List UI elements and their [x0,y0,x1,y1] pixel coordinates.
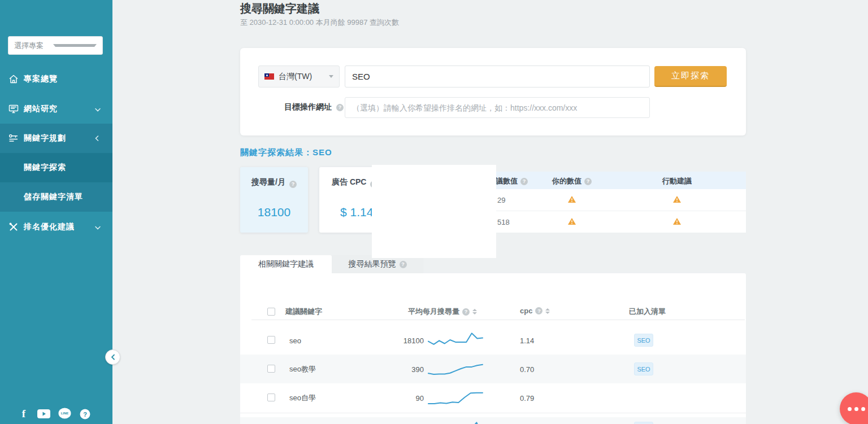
stat-label-text: 廣告 CPC [332,177,366,186]
metric-col-label: 你的數值 [552,176,581,186]
sidebar-collapse-button[interactable] [105,349,120,365]
youtube-icon[interactable] [34,407,53,421]
sparkline-chart [427,389,484,406]
cell-volume: 390 [384,365,424,373]
warning-icon [672,195,682,206]
sidebar-item-label: 關鍵字探索 [24,163,66,173]
chat-dot [861,407,865,411]
country-select[interactable]: 台灣(TW) [258,65,340,88]
project-select[interactable]: 選擇專案 [8,36,103,55]
quota-text: 至 2030-12-31 0:00:00 本月尚餘 99987 查詢次數 [240,17,399,28]
select-all-checkbox[interactable] [267,308,275,316]
help-circle-icon[interactable]: ? [75,407,94,421]
col-header-added: 已加入清單 [629,307,666,317]
table-row: seo教學 390 0.70 SEO [240,355,746,383]
cell-cpc: 1.14 [520,336,534,344]
help-icon[interactable]: ? [520,178,528,185]
help-icon[interactable]: ? [462,308,470,316]
target-url-label-text: 目標操作網址 [284,102,332,111]
chevron-left-icon [95,133,99,143]
chevron-down-icon [95,104,101,114]
table-row: seo自學 90 0.79 [240,383,746,413]
row-checkbox[interactable] [267,336,275,344]
sort-icon[interactable] [472,309,477,314]
tab-related-keywords[interactable]: 相關關鍵字建議 [240,255,332,273]
warning-icon [567,217,576,228]
stat-label: 搜尋量/月 ? [240,177,308,188]
sort-icon[interactable] [545,308,550,314]
help-icon[interactable]: ? [400,261,407,268]
table-header-divider [251,320,745,320]
country-select-value: 台灣(TW) [279,72,329,82]
added-list-badge [634,422,653,424]
metric-suggested-value: 29 [497,196,505,204]
row-checkbox[interactable] [267,365,275,373]
metric-col-action: 行動建議 [662,176,692,186]
sidebar-item-label: 關鍵字規劃 [24,133,66,143]
stat-card-search-volume: 搜尋量/月 ? 18100 [240,167,308,233]
cell-keyword: seo [289,336,301,344]
sidebar-item-saved-keyword-list[interactable]: 儲存關鍵字清單 [0,182,112,212]
search-now-button[interactable]: 立即探索 [654,66,727,87]
stat-value: 18100 [240,206,308,219]
sidebar-item-label: 網站研究 [24,104,58,114]
chevron-left-icon [111,354,115,360]
help-icon[interactable]: ? [289,181,297,188]
warning-icon [567,195,576,206]
col-header-keyword: 建議關鍵字 [285,307,322,317]
stat-label-text: 搜尋量/月 [251,177,285,186]
metric-col-yours: 你的數值 ? [552,176,592,186]
col-header-cpc: cpc ? [520,307,550,315]
svg-text:?: ? [83,410,87,417]
white-overlay-box [372,165,496,258]
sidebar: 選擇專案 專案總覽 網站研究 關鍵字規劃 [0,0,112,424]
facebook-icon[interactable]: f [14,407,33,421]
sparkline-chart [427,421,484,424]
col-header-volume: 平均每月搜尋量 ? [408,307,477,317]
sidebar-item-keyword-planning[interactable]: 關鍵字規劃 [0,124,112,153]
warning-icon [672,217,682,228]
project-select-value: 選擇專案 [14,41,53,51]
cell-cpc: 0.79 [520,394,534,403]
sidebar-item-keyword-explore[interactable]: 關鍵字探索 [0,153,112,182]
help-icon[interactable]: ? [535,307,542,314]
help-icon[interactable]: ? [336,104,344,111]
sparkline-chart [427,360,484,377]
chat-widget-button[interactable] [840,392,868,424]
sidebar-item-site-research[interactable]: 網站研究 [0,94,112,124]
metric-col-label: 議數值 [496,176,518,186]
table-row: seo 18100 1.14 SEO [240,326,746,355]
chevron-down-icon [95,222,101,232]
line-icon[interactable]: LINE [55,407,74,421]
key-planner-icon [7,132,20,145]
added-list-badge: SEO [634,362,653,375]
sidebar-item-rank-optimization[interactable]: 排名優化建議 [0,212,112,242]
taiwan-flag-icon [264,73,274,80]
sidebar-item-label: 專案總覽 [24,74,58,84]
chat-dot [854,407,858,411]
tab-label: 相關關鍵字建議 [258,259,314,269]
added-list-badge: SEO [634,334,653,347]
target-url-input[interactable] [345,97,650,118]
sidebar-item-label: 排名優化建議 [24,222,75,232]
cell-volume: 90 [384,394,424,403]
metric-col-label: 行動建議 [662,176,692,186]
cell-cpc: 0.70 [520,365,534,373]
cell-keyword: seo教學 [289,364,316,374]
table-row [240,417,746,424]
chat-dot [848,407,852,411]
sidebar-item-project-overview[interactable]: 專案總覽 [0,64,112,94]
cell-keyword: seo自學 [289,393,316,403]
app-root: 選擇專案 專案總覽 網站研究 關鍵字規劃 [0,0,868,424]
metric-suggested-value: 518 [497,218,510,226]
svg-text:LINE: LINE [60,412,68,415]
chevron-down-icon [53,44,97,47]
row-checkbox[interactable] [267,394,275,401]
col-header-label: 平均每月搜尋量 [408,307,459,317]
tools-icon [7,221,20,233]
help-icon[interactable]: ? [584,178,592,185]
chevron-down-icon [329,75,333,78]
keyword-search-input[interactable] [345,65,650,88]
target-url-label: 目標操作網址 ? [237,102,344,112]
sparkline-chart [427,331,484,348]
